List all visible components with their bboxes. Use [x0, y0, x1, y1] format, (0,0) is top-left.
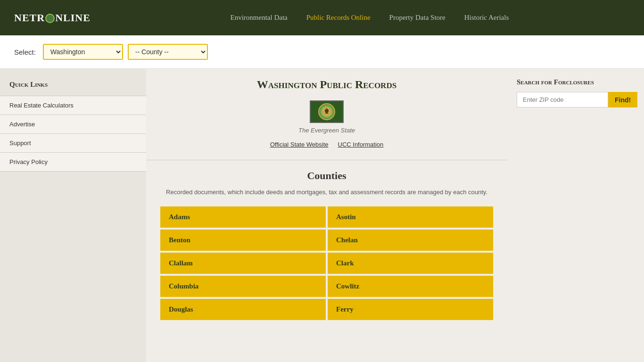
center-content: Washington Public Records	[146, 69, 507, 362]
quick-links-title: Quick Links	[0, 76, 146, 96]
svg-point-0	[325, 109, 329, 113]
state-links: Official State Website UCC Information	[160, 141, 493, 148]
sidebar-item-privacy[interactable]: Privacy Policy	[0, 152, 146, 172]
globe-icon	[45, 14, 55, 23]
county-benton[interactable]: Benton	[160, 230, 326, 251]
select-bar: Select: Washington AlabamaAlaskaArizona …	[0, 35, 644, 69]
state-select[interactable]: Washington AlabamaAlaskaArizona Arkansas…	[43, 44, 123, 60]
state-flag-container	[160, 100, 493, 123]
select-label: Select:	[14, 48, 36, 56]
county-douglas[interactable]: Douglas	[160, 299, 326, 320]
official-state-website-link[interactable]: Official State Website	[270, 141, 329, 148]
right-sidebar: Search for Forclosures Find!	[507, 69, 644, 362]
county-clark[interactable]: Clark	[328, 253, 493, 274]
sidebar-item-real-estate[interactable]: Real Estate Calculators	[0, 96, 146, 115]
state-flag	[310, 100, 344, 123]
nav-public-records[interactable]: Public Records Online	[306, 14, 371, 22]
page-body: Quick Links Real Estate Calculators Adve…	[0, 69, 644, 362]
nav-env-data[interactable]: Environmental Data	[231, 14, 288, 22]
county-asotin[interactable]: Asotin	[328, 206, 493, 228]
counties-title: Counties	[160, 170, 493, 182]
main-nav: Environmental Data Public Records Online…	[109, 14, 630, 22]
ucc-information-link[interactable]: UCC Information	[338, 141, 384, 148]
county-ferry[interactable]: Ferry	[328, 299, 493, 320]
nav-historic-aerials[interactable]: Historic Aerials	[464, 14, 509, 22]
zip-input[interactable]	[517, 92, 608, 107]
county-grid: Adams Asotin Benton Chelan Clallam Clark…	[160, 206, 493, 320]
state-nickname: The Evergreen State	[160, 127, 493, 134]
county-columbia[interactable]: Columbia	[160, 276, 326, 297]
page-title: Washington Public Records	[160, 78, 493, 91]
sidebar-item-support[interactable]: Support	[0, 133, 146, 152]
svg-rect-1	[325, 113, 328, 114]
section-divider	[146, 160, 507, 160]
left-sidebar: Quick Links Real Estate Calculators Adve…	[0, 69, 146, 362]
county-cowlitz[interactable]: Cowlitz	[328, 276, 493, 297]
site-logo[interactable]: NETRNLINE	[14, 12, 91, 24]
foreclosure-search: Find!	[517, 92, 635, 107]
sidebar-item-advertise[interactable]: Advertise	[0, 115, 146, 133]
foreclosure-title: Search for Forclosures	[517, 78, 635, 86]
seal-icon	[323, 108, 330, 115]
site-header: NETRNLINE Environmental Data Public Reco…	[0, 0, 644, 35]
flag-seal	[318, 103, 335, 120]
county-chelan[interactable]: Chelan	[328, 230, 493, 251]
county-adams[interactable]: Adams	[160, 206, 326, 228]
county-clallam[interactable]: Clallam	[160, 253, 326, 274]
counties-description: Recorded documents, which include deeds …	[160, 188, 493, 197]
county-select[interactable]: -- County --	[128, 44, 208, 60]
flag-seal-inner	[322, 107, 331, 116]
find-button[interactable]: Find!	[608, 92, 637, 107]
main-content: Washington Public Records	[146, 69, 644, 362]
nav-property-data[interactable]: Property Data Store	[389, 14, 446, 22]
